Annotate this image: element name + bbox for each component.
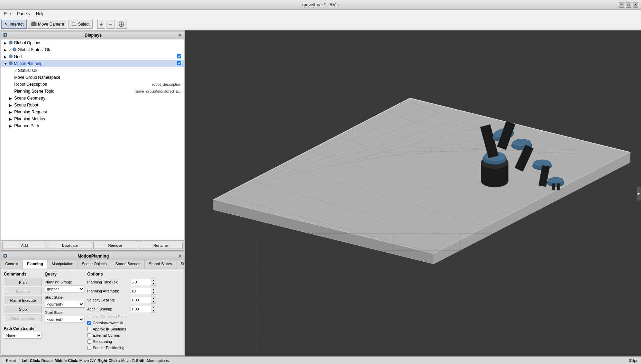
toolbar-btn-cross[interactable] bbox=[116, 20, 127, 29]
close-btn[interactable]: ✕ bbox=[633, 2, 638, 8]
viewport[interactable]: ▶ bbox=[185, 30, 641, 356]
velocity-scaling-input[interactable] bbox=[130, 297, 151, 303]
display-name-global-options: Global Options bbox=[14, 40, 183, 45]
motion-panel-close-btn[interactable]: ✕ bbox=[178, 253, 182, 259]
expand-icon-planning-metrics[interactable]: ▶ bbox=[9, 117, 14, 121]
display-item-scene-robot[interactable]: ▶ Scene Robot bbox=[1, 102, 184, 109]
motion-planning-panel: MotionPlanning ✕ Context Planning Manipu… bbox=[1, 252, 184, 356]
planning-group-select[interactable]: gripper bbox=[45, 286, 84, 292]
expand-icon-global-status[interactable]: ▶ bbox=[4, 48, 9, 52]
expand-icon-planned-path[interactable]: ▶ bbox=[9, 124, 14, 128]
sensor-positioning-checkbox[interactable] bbox=[87, 346, 91, 350]
display-item-planning-metrics[interactable]: ▶ Planning Metrics bbox=[1, 115, 184, 122]
display-item-global-options[interactable]: ▶ Global Options bbox=[1, 39, 184, 46]
expand-icon-motion-planning[interactable]: ▼ bbox=[4, 62, 9, 66]
planning-time-label: Planning Time (s): bbox=[87, 280, 129, 284]
accel-scaling-up-btn[interactable]: ▲ bbox=[151, 306, 156, 309]
display-item-planning-request[interactable]: ▶ Planning Request bbox=[1, 109, 184, 115]
left-panel: Displays ✕ ▶ Global Options ▶ ✓ bbox=[0, 30, 185, 356]
grid-checkbox[interactable] bbox=[177, 54, 181, 58]
tab-planning[interactable]: Planning bbox=[23, 260, 47, 269]
plan-btn[interactable]: Plan bbox=[4, 279, 42, 286]
displays-close-btn[interactable]: ✕ bbox=[178, 32, 182, 38]
display-item-planned-path[interactable]: ▶ Planned Path bbox=[1, 122, 184, 129]
toolbar: ↖ Interact Move Camera Select + − bbox=[0, 18, 641, 30]
interact-icon: ↖ bbox=[4, 21, 8, 27]
tab-context[interactable]: Context bbox=[1, 260, 23, 269]
menu-file[interactable]: File bbox=[1, 11, 13, 17]
stop-btn[interactable]: Stop bbox=[4, 306, 42, 313]
display-item-robot-description[interactable]: Robot Description robot_description bbox=[1, 81, 184, 88]
expand-icon-grid[interactable]: ▶ bbox=[4, 55, 9, 59]
planning-attempts-up-btn[interactable]: ▲ bbox=[151, 288, 156, 291]
goal-state-select[interactable]: <current> bbox=[45, 316, 84, 323]
display-name-motion-planning: MotionPlanning bbox=[14, 61, 177, 66]
accel-scaling-down-btn[interactable]: ▼ bbox=[151, 309, 156, 312]
remove-display-btn[interactable]: Remove bbox=[93, 242, 137, 249]
tab-stored-scenes[interactable]: Stored Scenes bbox=[111, 260, 145, 269]
plan-execute-btn[interactable]: Plan & Execute bbox=[4, 297, 42, 304]
svg-point-11 bbox=[13, 48, 16, 51]
expand-icon-scene-robot[interactable]: ▶ bbox=[9, 103, 14, 107]
velocity-scaling-up-btn[interactable]: ▲ bbox=[151, 297, 156, 300]
display-name-robot-description: Robot Description bbox=[14, 82, 152, 87]
display-item-status-ok[interactable]: ✓ Status: Ok bbox=[1, 67, 184, 74]
add-display-btn[interactable]: Add bbox=[2, 242, 46, 249]
move-camera-button[interactable]: Move Camera bbox=[28, 20, 67, 29]
toolbar-btn-minus[interactable]: − bbox=[107, 20, 115, 29]
start-state-select[interactable]: <current> bbox=[45, 301, 84, 308]
select-button[interactable]: Select bbox=[68, 20, 92, 29]
display-item-scene-geometry[interactable]: ▶ Scene Geometry bbox=[1, 95, 184, 102]
display-item-move-group-ns[interactable]: Move Group Namespace bbox=[1, 74, 184, 81]
tab-stored-states[interactable]: Stored States bbox=[145, 260, 176, 269]
start-state-label: Start State: bbox=[45, 295, 84, 299]
reset-btn[interactable]: Reset bbox=[3, 358, 19, 363]
accel-scaling-input[interactable] bbox=[130, 306, 151, 312]
sensor-positioning-row: Sensor Positioning bbox=[87, 346, 181, 350]
planning-time-up-btn[interactable]: ▲ bbox=[151, 279, 156, 282]
velocity-scaling-row: Velocity Scaling: ▲ ▼ bbox=[87, 297, 181, 304]
planning-attempts-input[interactable] bbox=[130, 288, 151, 294]
interact-button[interactable]: ↖ Interact bbox=[1, 20, 27, 29]
display-item-global-status[interactable]: ▶ ✓ Global Status: Ok bbox=[1, 46, 184, 53]
tab-manipulation[interactable]: Manipulation bbox=[47, 260, 77, 269]
execute-btn[interactable]: Execute bbox=[4, 288, 42, 295]
display-item-motion-planning[interactable]: ▼ MotionPlanning bbox=[1, 60, 184, 67]
right-panel-toggle[interactable]: ▶ bbox=[637, 187, 641, 200]
expand-icon-global-options[interactable]: ▶ bbox=[4, 41, 9, 45]
rename-display-btn[interactable]: Rename bbox=[139, 242, 183, 249]
tab-status[interactable]: Status bbox=[176, 260, 184, 269]
expand-icon-planning-request[interactable]: ▶ bbox=[9, 110, 14, 114]
svg-rect-56 bbox=[552, 184, 555, 190]
menu-help[interactable]: Help bbox=[33, 11, 47, 17]
duplicate-display-btn[interactable]: Duplicate bbox=[48, 242, 92, 249]
display-name-global-status: Global Status: Ok bbox=[18, 47, 183, 52]
motion-planning-checkbox[interactable] bbox=[177, 61, 181, 65]
toolbar-btn-plus[interactable]: + bbox=[97, 20, 105, 29]
external-comm-label: External Comm. bbox=[93, 333, 120, 337]
svg-point-13 bbox=[9, 62, 12, 65]
approx-ik-checkbox[interactable] bbox=[87, 327, 91, 331]
display-item-grid[interactable]: ▶ Grid bbox=[1, 53, 184, 60]
replanning-checkbox[interactable] bbox=[87, 339, 91, 344]
collision-aware-ik-checkbox[interactable] bbox=[87, 321, 91, 325]
path-constraints-select[interactable]: None bbox=[4, 332, 42, 339]
planning-time-input[interactable] bbox=[130, 279, 151, 285]
display-item-planning-scene-topic[interactable]: Planning Scene Topic move_group/monitore… bbox=[1, 88, 184, 95]
expand-icon-scene-geometry[interactable]: ▶ bbox=[9, 96, 14, 100]
minimize-btn[interactable]: ─ bbox=[619, 2, 624, 8]
velocity-scaling-down-btn[interactable]: ▼ bbox=[151, 300, 156, 303]
planning-attempts-down-btn[interactable]: ▼ bbox=[151, 291, 156, 294]
menu-panels[interactable]: Panels bbox=[14, 11, 33, 17]
velocity-scaling-spin-btns: ▲ ▼ bbox=[151, 297, 156, 304]
velocity-scaling-spinbox: ▲ ▼ bbox=[130, 297, 156, 304]
accel-scaling-spinbox: ▲ ▼ bbox=[130, 306, 156, 312]
replanning-row: Replanning bbox=[87, 339, 181, 344]
use-cartesian-checkbox[interactable] bbox=[87, 315, 91, 319]
external-comm-checkbox[interactable] bbox=[87, 333, 91, 337]
clear-octomap-btn[interactable]: Clear octomap bbox=[4, 315, 42, 322]
tab-scene-objects[interactable]: Scene Objects bbox=[78, 260, 111, 269]
planning-time-down-btn[interactable]: ▼ bbox=[151, 282, 156, 285]
maximize-btn[interactable]: □ bbox=[626, 2, 631, 8]
planning-attempts-row: Planning Attempts: ▲ ▼ bbox=[87, 288, 181, 295]
